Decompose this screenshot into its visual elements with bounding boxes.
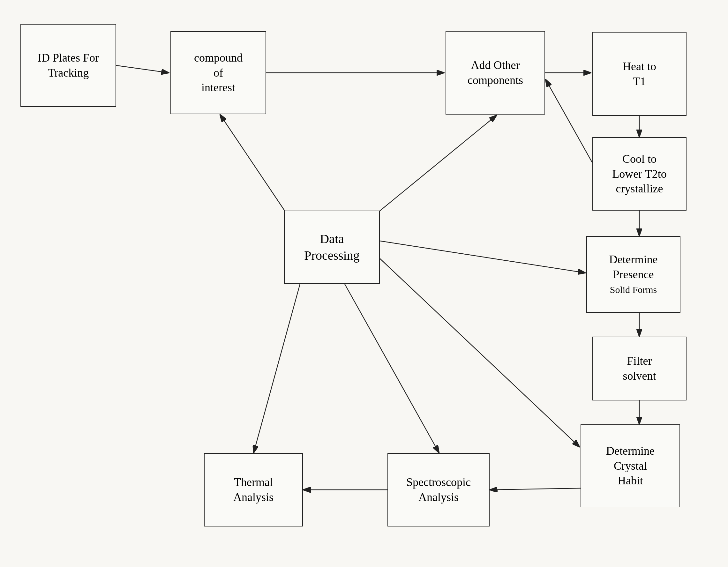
cool-to-label: Cool toLower T2tocrystallize — [612, 152, 666, 196]
flowchart: ID Plates For Tracking compoundofinteres… — [0, 0, 728, 567]
svg-line-1 — [116, 65, 169, 73]
svg-line-12 — [254, 284, 300, 452]
compound-box: compoundofinterest — [170, 31, 266, 114]
thermal-analysis-label: ThermalAnalysis — [233, 475, 274, 505]
add-other-label: Add Othercomponents — [468, 58, 523, 88]
determine-crystal-box: DetermineCrystalHabit — [581, 424, 680, 507]
spectroscopic-analysis-label: SpectroscopicAnalysis — [406, 475, 471, 505]
svg-line-14 — [490, 488, 581, 490]
svg-line-9 — [378, 116, 496, 212]
determine-crystal-label: DetermineCrystalHabit — [606, 444, 655, 488]
data-processing-box: DataProcessing — [284, 211, 380, 284]
id-plates-label: ID Plates For Tracking — [24, 50, 112, 80]
svg-line-11 — [380, 258, 579, 447]
svg-line-16 — [546, 80, 592, 163]
id-plates-box: ID Plates For Tracking — [20, 24, 116, 107]
spectroscopic-analysis-box: SpectroscopicAnalysis — [387, 453, 490, 526]
determine-presence-label: DeterminePresenceSolid Forms — [609, 252, 658, 297]
data-processing-label: DataProcessing — [304, 231, 359, 264]
filter-solvent-label: Filtersolvent — [623, 354, 656, 384]
add-other-box: Add Othercomponents — [446, 31, 545, 115]
svg-line-13 — [345, 284, 439, 452]
svg-line-8 — [220, 115, 286, 212]
thermal-analysis-box: ThermalAnalysis — [204, 453, 303, 526]
compound-label: compoundofinterest — [194, 50, 243, 95]
filter-solvent-box: Filtersolvent — [592, 337, 687, 400]
determine-presence-box: DeterminePresenceSolid Forms — [586, 236, 680, 313]
svg-line-10 — [380, 241, 585, 273]
cool-to-box: Cool toLower T2tocrystallize — [592, 137, 687, 211]
heat-to-label: Heat toT1 — [623, 59, 656, 89]
heat-to-box: Heat toT1 — [592, 32, 687, 116]
